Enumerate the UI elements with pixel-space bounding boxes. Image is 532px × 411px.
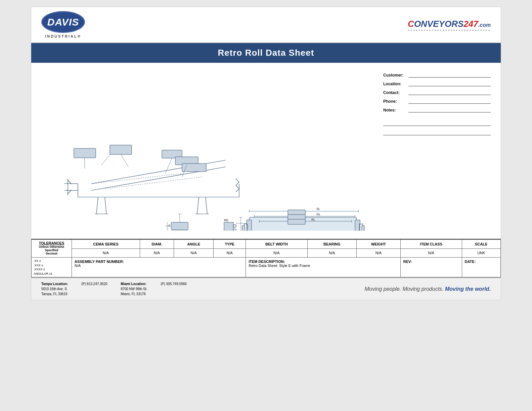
conveyors-line	[408, 30, 491, 31]
location-field: Location:	[383, 82, 491, 86]
tolerances-header: TOLERANCES Unless Otherwise Specified De…	[32, 240, 72, 258]
extra-line-1	[383, 119, 491, 126]
scale-value: UNK	[462, 248, 500, 258]
svg-line-28	[206, 197, 207, 214]
tagline-text: Moving people. Moving products.	[365, 286, 444, 292]
customer-label: Customer:	[383, 73, 407, 78]
notes-line	[408, 108, 491, 112]
svg-rect-83	[362, 226, 364, 231]
svg-line-15	[91, 174, 182, 184]
page: DAVIS INDUSTRIAL® CONVEYORS247.com Retro…	[31, 7, 501, 300]
page-title: Retro Roll Data Sheet	[36, 48, 496, 58]
contact-line	[408, 90, 491, 95]
svg-text:E: E	[169, 224, 171, 227]
davis-logo-text: DAVIS	[47, 16, 79, 28]
bearing-value: N/A	[307, 248, 356, 258]
svg-rect-60	[233, 229, 236, 231]
miami-label: Miami Location:	[121, 282, 146, 286]
svg-line-13	[165, 158, 172, 174]
date-cell: DATE:	[462, 258, 500, 277]
svg-rect-31	[171, 222, 188, 230]
tampa-phone-value: (P) 813.247.3620	[81, 282, 107, 286]
tolerances-values: .XX ± .XXX ± .XXXX ± ANGULAR ±1	[34, 259, 70, 276]
miami-location: Miami Location: 8700 NW 99th St.Miami, F…	[121, 281, 147, 296]
footer-tagline: Moving people. Moving products. Moving t…	[365, 286, 491, 292]
cema-value: N/A	[72, 248, 140, 258]
weight-header: WEIGHT	[357, 240, 401, 249]
svg-line-24	[96, 197, 98, 214]
item-desc-cell: ITEM DESCRIPTION: Retro Data Sheet: Styl…	[246, 258, 401, 277]
customer-line	[408, 73, 491, 78]
rev-label: REV:	[403, 260, 459, 264]
contact-field: Contact:	[383, 90, 491, 95]
item-desc-value: Retro Data Sheet: Style E with Frame	[249, 264, 398, 268]
davis-logo: DAVIS INDUSTRIAL®	[41, 11, 85, 38]
angle-value: N/A	[174, 248, 214, 258]
industrial-text: INDUSTRIAL®	[45, 34, 81, 38]
footer-locations: Tampa Location: 5010 16th Ave. STampa, F…	[41, 281, 187, 296]
svg-line-25	[105, 197, 106, 214]
cema-header: CEMA SERIES	[72, 240, 140, 249]
form-area: Customer: Location: Contact: Phone: Note…	[383, 70, 491, 232]
svg-rect-81	[242, 226, 245, 231]
svg-rect-72	[288, 215, 305, 220]
tampa-address: 5010 16th Ave. STampa, FL 33619	[41, 287, 67, 296]
type-header: TYPE	[214, 240, 246, 249]
belt-width-header: BELT WIDTH	[246, 240, 308, 249]
conveyors-text: CONVEYORS247.com	[408, 19, 491, 29]
extra-line-2	[383, 129, 491, 135]
svg-line-11	[101, 154, 110, 165]
svg-text:SL: SL	[316, 207, 320, 211]
svg-rect-58	[224, 222, 233, 231]
tampa-phone: (P) 813.247.3620	[81, 281, 107, 296]
diam-header: DIAM.	[140, 240, 174, 249]
notes-field: Notes:	[383, 108, 491, 112]
item-desc-label: ITEM DESCRIPTION:	[249, 260, 398, 264]
location-label: Location:	[383, 82, 407, 86]
assembly-label: ASSEMBLY PART NUMBER:	[75, 260, 243, 264]
svg-rect-5	[74, 148, 96, 158]
bearing-header: BEARING	[307, 240, 356, 249]
phone-field: Phone:	[383, 99, 491, 104]
tampa-label: Tampa Location:	[41, 282, 68, 286]
svg-rect-78	[247, 220, 252, 231]
notes-label: Notes:	[383, 108, 407, 112]
drawing-area: .draw { stroke: #2a4a6a; fill: none; str…	[41, 70, 376, 232]
customer-field: Customer:	[383, 73, 491, 78]
svg-rect-71	[288, 210, 305, 215]
phone-label: Phone:	[383, 99, 407, 104]
header: DAVIS INDUSTRIAL® CONVEYORS247.com	[31, 7, 501, 43]
svg-line-20	[68, 190, 71, 194]
item-class-value: N/A	[400, 248, 462, 258]
data-table-section: TOLERANCES Unless Otherwise Specified De…	[31, 239, 501, 277]
tampa-location: Tampa Location: 5010 16th Ave. STampa, F…	[41, 281, 68, 296]
svg-line-27	[197, 197, 199, 214]
contact-label: Contact:	[383, 90, 407, 95]
extra-notes-lines	[383, 119, 491, 135]
miami-phone-value: (P) 305.749.5966	[161, 282, 186, 286]
diam-value: N/A	[140, 248, 174, 258]
svg-line-12	[121, 154, 128, 167]
miami-phone: (P) 305.749.5966	[161, 281, 186, 296]
svg-text:RD: RD	[224, 219, 228, 222]
drawing-section: .draw { stroke: #2a4a6a; fill: none; str…	[31, 63, 501, 239]
svg-text:GL: GL	[316, 213, 320, 216]
rev-cell: REV:	[400, 258, 462, 277]
tolerances-values-cell: .XX ± .XXX ± .XXXX ± ANGULAR ±1	[32, 258, 72, 277]
assembly-value: N/A	[75, 264, 243, 268]
conveyors-logo: CONVEYORS247.com	[408, 19, 491, 31]
weight-value: N/A	[357, 248, 401, 258]
location-line	[408, 82, 491, 86]
svg-rect-77	[288, 219, 305, 224]
type-value: N/A	[214, 248, 246, 258]
item-class-header: ITEM CLASS	[400, 240, 462, 249]
technical-drawing: .draw { stroke: #2a4a6a; fill: none; str…	[41, 70, 376, 231]
footer: Tampa Location: 5010 16th Ave. STampa, F…	[31, 277, 501, 300]
svg-line-19	[68, 180, 71, 184]
scale-header: SCALE	[462, 240, 500, 249]
title-bar: Retro Roll Data Sheet	[31, 43, 501, 63]
svg-rect-59	[233, 225, 236, 227]
davis-oval: DAVIS	[41, 11, 85, 33]
main-content: .draw { stroke: #2a4a6a; fill: none; str…	[31, 63, 501, 277]
belt-width-value: N/A	[246, 248, 308, 258]
